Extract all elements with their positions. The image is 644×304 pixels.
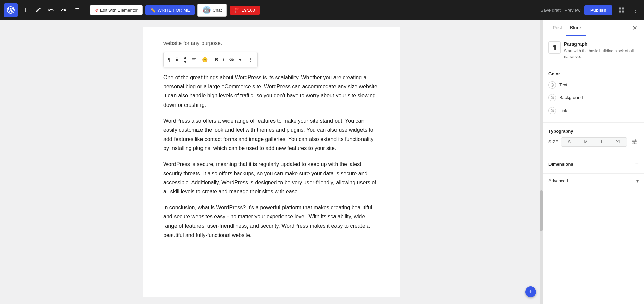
settings-sidebar-button[interactable] — [616, 5, 627, 16]
color-more-button[interactable]: ⋮ — [633, 71, 639, 77]
scrollbar-thumb[interactable] — [540, 190, 543, 231]
typography-section-header: Typography ⋮ — [548, 128, 639, 134]
advanced-section: Advanced ▾ — [543, 174, 644, 188]
link-color-label: Link — [559, 108, 567, 113]
link-color-swatch[interactable] — [548, 107, 556, 114]
emoji-button[interactable]: 😊 — [200, 56, 210, 64]
top-bar: e Edit with Elementor ✏️ WRITE FOR ME 🤖 … — [0, 0, 644, 20]
color-section: Color ⋮ Text Background Link — [543, 65, 644, 123]
editor-scrollbar[interactable] — [540, 20, 543, 304]
dimensions-label: Dimensions — [548, 162, 573, 167]
advanced-label: Advanced — [548, 178, 568, 183]
tab-post[interactable]: Post — [548, 20, 566, 36]
text-color-swatch[interactable] — [548, 81, 556, 89]
list-view-button[interactable] — [72, 5, 82, 15]
size-row: SIZE S M L XL — [548, 137, 639, 147]
write-for-me-button[interactable]: ✏️ WRITE FOR ME — [145, 5, 195, 15]
block-title: Paragraph — [564, 41, 639, 47]
block-description: Start with the basic building block of a… — [564, 48, 639, 60]
color-background-item: Background — [548, 91, 639, 104]
block-icon-container: ¶ — [548, 41, 561, 54]
dimensions-header: Dimensions + — [548, 161, 639, 168]
italic-button[interactable]: I — [221, 56, 226, 64]
write-icon: ✏️ — [150, 8, 156, 13]
move-icon: ▲▼ — [183, 55, 187, 64]
drag-icon: ⠿ — [175, 57, 179, 62]
size-l-button[interactable]: L — [594, 138, 611, 146]
dimensions-section: Dimensions + — [543, 155, 644, 174]
toolbar-divider-2 — [245, 56, 245, 63]
size-label: SIZE — [548, 140, 558, 144]
word-counter-button[interactable]: 🚩 19/100 — [230, 6, 260, 15]
background-color-swatch[interactable] — [548, 94, 556, 101]
floating-toolbar: ¶ ⠿ ▲▼ 😊 B I ▾ — [163, 52, 258, 67]
wp-logo[interactable] — [4, 3, 18, 17]
link-color-inner — [551, 109, 554, 112]
save-draft-button[interactable]: Save draft — [541, 8, 561, 13]
block-text: Paragraph Start with the basic building … — [564, 41, 639, 60]
main-layout: website for any purpose. ¶ ⠿ ▲▼ 😊 — [0, 20, 644, 304]
color-text-item: Text — [548, 79, 639, 91]
block-info: ¶ Paragraph Start with the basic buildin… — [543, 36, 644, 65]
text-color-inner — [551, 83, 554, 87]
size-s-button[interactable]: S — [561, 138, 578, 146]
typography-section: Typography ⋮ SIZE S M L XL — [543, 123, 644, 155]
cropped-paragraph: website for any purpose. — [163, 40, 379, 47]
color-section-title: Color — [548, 71, 560, 77]
size-m-button[interactable]: M — [578, 138, 594, 146]
undo-button[interactable] — [46, 5, 56, 15]
preview-button[interactable]: Preview — [565, 8, 580, 13]
typography-section-title: Typography — [548, 129, 573, 134]
editor-area[interactable]: website for any purpose. ¶ ⠿ ▲▼ 😊 — [0, 20, 543, 304]
svg-rect-0 — [619, 8, 621, 10]
dimensions-add-button[interactable]: + — [635, 161, 639, 168]
sidebar-close-button[interactable]: ✕ — [631, 20, 639, 36]
paragraph-icon: ¶ — [168, 57, 170, 62]
edit-with-elementor-button[interactable]: e Edit with Elementor — [90, 5, 143, 15]
align-button[interactable] — [190, 56, 199, 64]
background-color-label: Background — [559, 95, 583, 100]
color-link-item: Link — [548, 104, 639, 117]
elementor-icon: e — [95, 7, 98, 13]
sidebar: Post Block ✕ ¶ Paragraph Start with the … — [543, 20, 644, 304]
add-button[interactable] — [20, 5, 30, 15]
paragraph-3: WordPress is secure, meaning that it is … — [163, 160, 379, 196]
text-color-label: Text — [559, 82, 567, 87]
link-button[interactable] — [227, 56, 236, 64]
color-section-header: Color ⋮ — [548, 71, 639, 77]
bold-button[interactable]: B — [213, 56, 220, 64]
paragraph-4: In conclusion, what is WordPress? It's a… — [163, 203, 379, 240]
add-block-button[interactable]: + — [525, 286, 536, 297]
more-options-button[interactable]: ⋮ — [631, 5, 640, 15]
paragraph-type-button[interactable]: ¶ — [166, 56, 172, 64]
advanced-toggle-button[interactable]: ▾ — [636, 178, 639, 184]
more-formats-button[interactable]: ▾ — [237, 56, 243, 64]
paragraph-block-icon: ¶ — [553, 44, 556, 51]
svg-rect-1 — [622, 8, 624, 10]
size-options: S M L XL — [561, 137, 627, 147]
size-xl-button[interactable]: XL — [610, 138, 627, 146]
svg-rect-2 — [619, 11, 621, 13]
editor-content: website for any purpose. ¶ ⠿ ▲▼ 😊 — [143, 27, 400, 297]
toolbar-divider — [211, 56, 211, 63]
sidebar-tabs: Post Block ✕ — [543, 20, 644, 36]
paragraph-1: One of the great things about WordPress … — [163, 73, 379, 110]
flag-icon: 🚩 — [234, 8, 240, 13]
size-sliders-button[interactable] — [630, 137, 639, 147]
drag-handle-button[interactable]: ⠿ — [173, 56, 181, 64]
chat-avatar-img: 🤖 — [203, 6, 211, 14]
chat-button[interactable]: 🤖 Chat — [197, 4, 227, 17]
edit-pen-button[interactable] — [33, 5, 43, 15]
divider-1 — [86, 5, 86, 15]
svg-rect-3 — [622, 11, 624, 13]
redo-button[interactable] — [59, 5, 69, 15]
move-button[interactable]: ▲▼ — [181, 54, 189, 66]
publish-button[interactable]: Publish — [584, 5, 612, 15]
emoji-icon: 😊 — [202, 57, 208, 62]
block-options-button[interactable]: ⋮ — [246, 56, 255, 64]
background-color-inner — [551, 96, 554, 99]
tab-block[interactable]: Block — [566, 20, 586, 36]
topbar-right: Save draft Preview Publish ⋮ — [541, 5, 640, 16]
typography-more-button[interactable]: ⋮ — [633, 128, 639, 134]
paragraph-2: WordPress also offers a wide range of fe… — [163, 116, 379, 153]
